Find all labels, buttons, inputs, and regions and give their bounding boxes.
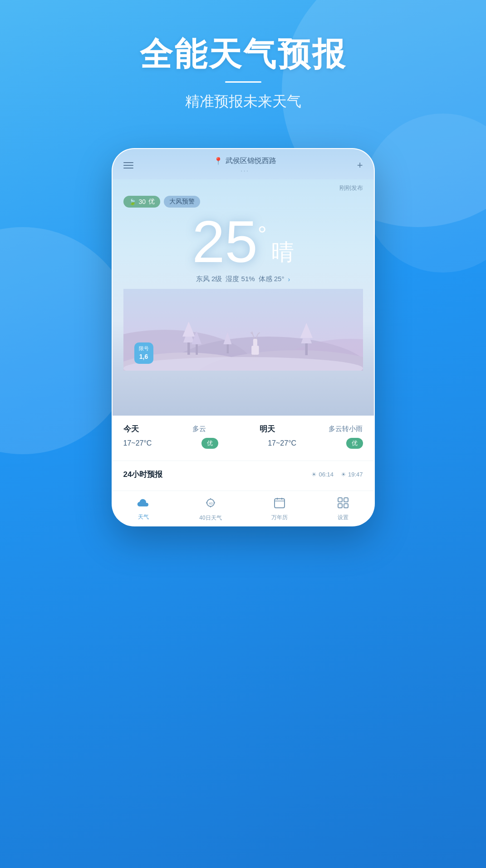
svg-rect-38: [338, 498, 342, 502]
sunset-icon: ☀: [341, 471, 346, 478]
tomorrow-quality: 优: [346, 438, 363, 449]
svg-rect-34: [275, 499, 285, 508]
hourly-header: 24小时预报 ☀ 06:14 ☀ 19:47: [123, 469, 363, 480]
nav-item-settings[interactable]: 设置: [337, 497, 349, 521]
svg-rect-39: [344, 498, 348, 502]
phone-mockup: 📍 武侯区锦悦西路 ··· + 刚刚发布 🍃 30 优 大风预警: [112, 148, 375, 526]
weather-details[interactable]: 东风 2级 湿度 51% 体感 25° ›: [123, 275, 363, 283]
forecast40-nav-icon: 40: [204, 496, 217, 512]
aqi-value: 30: [139, 198, 146, 205]
tomorrow-temp: 17~27°C: [268, 439, 296, 447]
subtitle: 精准预报未来天气: [18, 92, 468, 112]
calendar-nav-label: 万年历: [271, 514, 288, 521]
tomorrow-condition: 多云转小雨: [329, 425, 363, 433]
weather-condition: 晴: [271, 237, 294, 268]
sunrise-item: ☀ 06:14: [311, 471, 334, 478]
just-published: 刚刚发布: [123, 184, 363, 192]
menu-line-3: [123, 168, 133, 169]
limit-badge: 限号 1,6: [134, 342, 153, 364]
sunrise-time: 06:14: [319, 471, 334, 478]
menu-button[interactable]: [123, 162, 133, 169]
svg-text:40: 40: [209, 501, 213, 506]
nav-item-40day[interactable]: 40 40日天气: [199, 496, 221, 522]
limit-numbers: 1,6: [139, 352, 149, 362]
phone-container: 📍 武侯区锦悦西路 ··· + 刚刚发布 🍃 30 优 大风预警: [112, 148, 375, 526]
weather-nav-label: 天气: [138, 513, 149, 521]
settings-nav-label: 设置: [338, 514, 349, 521]
sunset-item: ☀ 19:47: [341, 471, 363, 478]
location-pin-icon: 📍: [214, 157, 223, 165]
nav-item-weather[interactable]: 天气: [137, 497, 150, 521]
weather-card: 刚刚发布 🍃 30 优 大风预警 25 ° 晴 东风 2级 湿度 51%: [113, 179, 374, 416]
temperature-area: 25 ° 晴: [123, 212, 363, 271]
svg-rect-11: [226, 343, 229, 353]
temperature-value: 25: [192, 212, 258, 271]
forecast-temps-row: 17~27°C 优 17~27°C 优: [123, 438, 363, 449]
title-divider: [225, 81, 261, 83]
degree-symbol: °: [258, 221, 267, 248]
leaf-icon: 🍃: [129, 198, 136, 205]
svg-rect-40: [338, 504, 342, 508]
add-button[interactable]: +: [357, 159, 363, 171]
feels-like-info: 体感 25°: [259, 275, 285, 283]
warning-text: 大风预警: [169, 198, 195, 205]
today-condition: 多云: [192, 425, 206, 433]
svg-rect-9: [196, 343, 198, 355]
hourly-title: 24小时预报: [123, 469, 163, 480]
bottom-navigation: 天气 40 40日天气: [113, 491, 374, 526]
humidity-info: 湿度 51%: [226, 275, 255, 283]
menu-line-2: [123, 165, 133, 166]
svg-rect-6: [187, 341, 190, 355]
forecast-section: 今天 多云 明天 多云转小雨 17~27°C 优 17~27°C 优: [113, 416, 374, 461]
header-section: 全能天气预报 精准预报未来天气: [0, 0, 486, 130]
aqi-badge: 🍃 30 优: [123, 196, 161, 208]
location-row: 📍 武侯区锦悦西路 ···: [214, 156, 276, 174]
location-text: 武侯区锦悦西路: [226, 156, 276, 166]
location-dots: ···: [241, 168, 250, 174]
forecast40-nav-label: 40日天气: [199, 514, 221, 522]
hourly-section: 24小时预报 ☀ 06:14 ☀ 19:47: [113, 461, 374, 491]
warning-badge[interactable]: 大风预警: [164, 196, 200, 208]
wind-info: 东风 2级: [196, 275, 222, 283]
landscape-illustration: 限号 1,6: [123, 289, 363, 371]
svg-rect-13: [251, 346, 259, 355]
phone-topbar: 📍 武侯区锦悦西路 ··· +: [113, 149, 374, 179]
sun-info: ☀ 06:14 ☀ 19:47: [311, 471, 363, 478]
today-temp: 17~27°C: [123, 439, 152, 447]
detail-arrow-icon: ›: [288, 276, 290, 283]
tomorrow-label: 明天: [260, 424, 275, 434]
svg-rect-24: [305, 342, 307, 355]
calendar-nav-icon: [274, 497, 285, 512]
main-title: 全能天气预报: [18, 36, 468, 72]
today-label: 今天: [123, 424, 139, 434]
aqi-level: 优: [148, 198, 155, 206]
today-quality: 优: [201, 438, 218, 449]
limit-label: 限号: [139, 345, 149, 352]
svg-rect-14: [253, 339, 257, 346]
sunset-time: 19:47: [348, 471, 363, 478]
nav-item-calendar[interactable]: 万年历: [271, 497, 288, 521]
menu-line-1: [123, 162, 133, 163]
weather-nav-icon: [137, 497, 150, 511]
svg-rect-41: [344, 504, 348, 508]
settings-nav-icon: [337, 497, 349, 512]
aqi-row: 🍃 30 优 大风预警: [123, 196, 363, 208]
bg-decoration-3: [363, 114, 486, 273]
today-forecast-row: 今天 多云 明天 多云转小雨: [123, 424, 363, 434]
sunrise-icon: ☀: [311, 471, 317, 478]
